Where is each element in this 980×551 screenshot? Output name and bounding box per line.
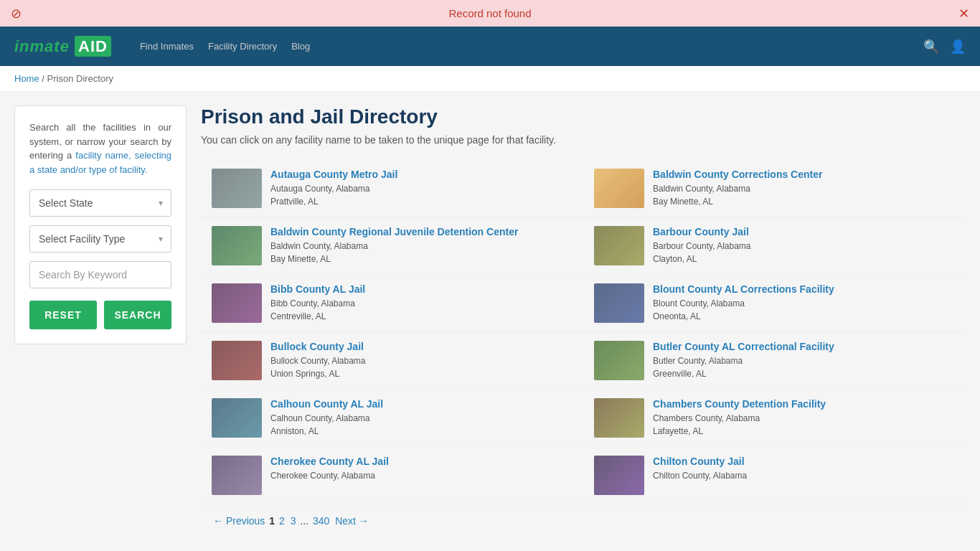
pagination: ← Previous 1 2 3 ... 340 Next → [201,504,966,537]
facility-item: Bibb County AL Jail Bibb County, Alabama… [201,275,583,332]
facility-name[interactable]: Baldwin County Regional Juvenile Detenti… [270,226,518,237]
facility-item: Barbour County Jail Barbour County, Alab… [583,217,966,275]
facility-thumb [212,283,262,323]
facility-name[interactable]: Autauga County Metro Jail [270,169,397,180]
facility-name[interactable]: Baldwin County Corrections Center [653,169,822,180]
facility-info: Blount County AL Corrections Facility Bl… [653,283,834,323]
navbar-logo[interactable]: inmate AID [14,37,111,56]
facility-info: Bibb County AL Jail Bibb County, Alabama… [270,283,365,323]
facility-item: Chilton County Jail Chilton County, Alab… [583,447,966,504]
logo-text: inmate AID [14,36,111,57]
facility-info: Autauga County Metro Jail Autauga County… [270,169,397,208]
pagination-next[interactable]: Next → [335,515,369,527]
facility-location: Baldwin County, AlabamaBay Minette, AL [270,240,518,265]
navbar-icons: 🔍 👤 [923,39,966,55]
facility-item: Calhoun County AL Jail Calhoun County, A… [201,390,583,447]
facility-location: Autauga County, AlabamaPrattville, AL [270,182,397,208]
pagination-ellipsis: ... [300,515,308,527]
facility-location: Blount County, AlabamaOneonta, AL [653,297,834,323]
facility-item: Butler County AL Correctional Facility B… [583,332,966,390]
user-icon[interactable]: 👤 [950,39,966,55]
facility-item: Autauga County Metro Jail Autauga County… [201,160,583,217]
facility-thumb [212,398,262,438]
alert-message: Record not found [448,7,531,19]
main-content: Search all the facilities in our system,… [0,91,980,551]
pagination-page-340[interactable]: 340 [313,515,329,527]
sidebar-box: Search all the facilities in our system,… [14,105,187,344]
facility-info: Butler County AL Correctional Facility B… [653,341,834,380]
facility-location: Bibb County, AlabamaCentreville, AL [270,297,365,323]
facility-location: Chilton County, Alabama [653,469,747,482]
facility-location: Calhoun County, AlabamaAnniston, AL [270,412,383,438]
nav-facility-directory[interactable]: Facility Directory [208,41,277,52]
alert-icon-left: ⊘ [11,6,22,22]
pagination-current: 1 [269,515,275,527]
facility-thumb [212,169,262,208]
nav-blog[interactable]: Blog [291,41,310,52]
breadcrumb-home[interactable]: Home [14,73,39,84]
facility-thumb [594,283,644,323]
directory-subtitle: You can click on any facility name to be… [201,134,966,146]
facility-info: Calhoun County AL Jail Calhoun County, A… [270,398,383,438]
facility-name[interactable]: Chambers County Detention Facility [653,398,826,410]
facility-location: Bullock County, AlabamaUnion Springs, AL [270,354,366,380]
pagination-page-2[interactable]: 2 [279,515,285,527]
reset-button[interactable]: RESET [29,301,97,329]
facility-location: Barbour County, AlabamaClayton, AL [653,240,751,265]
facility-info: Baldwin County Corrections Center Baldwi… [653,169,822,208]
logo-aid: AID [75,36,111,57]
facility-item: Chambers County Detention Facility Chamb… [583,390,966,447]
search-icon[interactable]: 🔍 [923,39,939,55]
nav-find-inmates[interactable]: Find Inmates [140,41,194,52]
facility-info: Barbour County Jail Barbour County, Alab… [653,226,751,265]
directory-title: Prison and Jail Directory [201,105,966,128]
facility-info: Chilton County Jail Chilton County, Alab… [653,456,747,482]
facility-name[interactable]: Bibb County AL Jail [270,283,365,295]
facility-thumb [594,341,644,380]
search-button[interactable]: SEARCH [104,301,171,329]
navbar-nav: Find Inmates Facility Directory Blog [140,41,923,52]
pagination-page-3[interactable]: 3 [291,515,296,527]
state-select[interactable]: Select State Alabama Alaska [29,189,171,217]
keyword-input[interactable] [29,261,171,288]
facility-item: Bullock County Jail Bullock County, Alab… [201,332,583,390]
facility-name[interactable]: Chilton County Jail [653,456,747,467]
facility-item: Baldwin County Regional Juvenile Detenti… [201,217,583,275]
facility-location: Chambers County, AlabamaLafayette, AL [653,412,826,438]
sidebar-desc-highlight: facility name, selecting a state and/or … [29,150,171,175]
facility-name[interactable]: Calhoun County AL Jail [270,398,383,410]
sidebar-description: Search all the facilities in our system,… [29,121,171,176]
breadcrumb-separator: / [42,73,47,84]
facility-type-select[interactable]: Select Facility Type Jail Prison [29,225,171,253]
facility-thumb [212,341,262,380]
pagination-prev[interactable]: ← Previous [213,515,265,527]
facility-grid: Autauga County Metro Jail Autauga County… [201,160,966,504]
alert-close-icon[interactable]: ✕ [958,6,969,22]
facility-thumb [212,226,262,265]
facility-thumb [594,456,644,495]
facility-thumb [594,398,644,438]
facility-name[interactable]: Butler County AL Correctional Facility [653,341,834,352]
facility-info: Chambers County Detention Facility Chamb… [653,398,826,438]
navbar: inmate AID Find Inmates Facility Directo… [0,27,980,66]
directory-content: Prison and Jail Directory You can click … [201,105,966,537]
facility-name[interactable]: Bullock County Jail [270,341,366,352]
state-select-wrapper: Select State Alabama Alaska [29,189,171,217]
btn-row: RESET SEARCH [29,301,171,329]
facility-info: Cherokee County AL Jail Cherokee County,… [270,456,389,482]
alert-bar: ⊘ Record not found ✕ [0,0,980,27]
facility-location: Cherokee County, Alabama [270,469,389,482]
sidebar: Search all the facilities in our system,… [14,105,187,537]
facility-location: Butler County, AlabamaGreenville, AL [653,354,834,380]
facility-thumb [594,226,644,265]
facility-name[interactable]: Cherokee County AL Jail [270,456,389,467]
facility-item: Blount County AL Corrections Facility Bl… [583,275,966,332]
facility-name[interactable]: Barbour County Jail [653,226,751,237]
facility-info: Baldwin County Regional Juvenile Detenti… [270,226,518,265]
facility-name[interactable]: Blount County AL Corrections Facility [653,283,834,295]
facility-thumb [212,456,262,495]
facility-type-select-wrapper: Select Facility Type Jail Prison [29,225,171,253]
facility-location: Baldwin County, AlabamaBay Minette, AL [653,182,822,208]
facility-thumb [594,169,644,208]
facility-item: Cherokee County AL Jail Cherokee County,… [201,447,583,504]
